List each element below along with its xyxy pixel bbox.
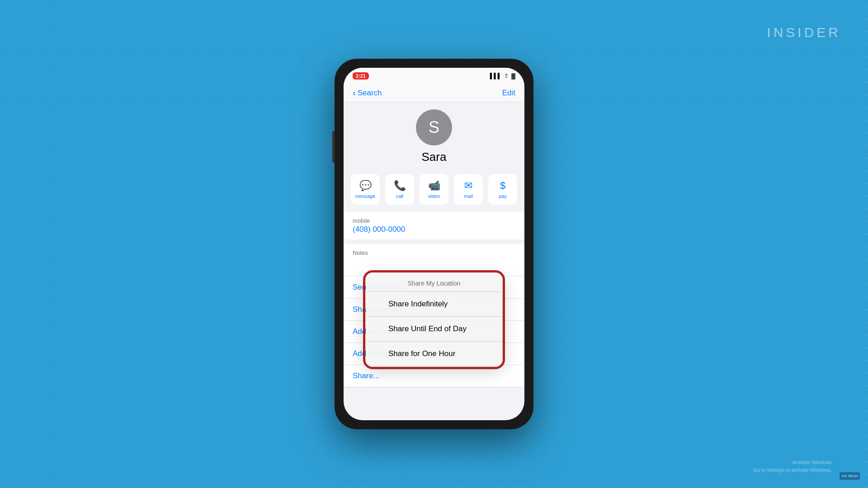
mail-icon: ✉ [464,180,472,192]
pay-icon: $ [500,180,505,192]
yotech-badge: YO TECH [840,472,860,480]
pay-button[interactable]: $ pay [488,174,517,205]
nav-bar: ‹ Search Edit [344,84,524,102]
popup-item-one-hour[interactable]: ✓ Share for One Hour [366,342,502,366]
popup-item-indefinitely-label: Share Indefinitely [388,300,448,309]
battery-icon: ▓ [511,73,515,79]
wifi-icon: ⇧ [504,73,509,79]
video-label: video [428,193,440,199]
share-location-popup: Share My Location ✓ Share Indefinitely ✓… [366,273,502,366]
pay-label: pay [499,193,507,199]
back-chevron-icon: ‹ [353,88,356,98]
status-time: 2:21 [353,72,369,80]
contact-name: Sara [422,150,447,164]
action-buttons-row: 💬 message 📞 call 📹 video ✉ mail $ pay [344,169,524,212]
activate-windows-watermark: Activate Windows Go to Settings to activ… [753,459,832,474]
phone-screen: 2:21 ▌▌▌ ⇧ ▓ ‹ Search Edit S Sara 💬 mess… [344,68,524,420]
signal-icon: ▌▌▌ [490,73,502,79]
call-label: call [396,193,404,199]
call-button[interactable]: 📞 call [385,174,414,205]
popup-item-indefinitely[interactable]: ✓ Share Indefinitely [366,292,502,317]
insider-logo: INSIDER [767,25,841,40]
mail-button[interactable]: ✉ mail [454,174,483,205]
notes-section: Notes [344,244,524,276]
phone-side-button [332,131,335,163]
avatar: S [416,109,452,145]
notes-label: Notes [353,249,515,256]
video-button[interactable]: 📹 video [420,174,448,205]
message-icon: 💬 [359,180,372,192]
popup-item-end-of-day-label: Share Until End of Day [388,324,467,333]
contact-section: S Sara [344,102,524,169]
phone-value[interactable]: (408) 000-0000 [353,225,515,234]
mail-label: mail [464,193,473,199]
video-icon: 📹 [428,180,440,192]
back-label: Search [358,89,382,98]
phone-section: mobile (408) 000-0000 [344,212,524,239]
status-bar: 2:21 ▌▌▌ ⇧ ▓ [344,68,524,84]
phone-frame: 2:21 ▌▌▌ ⇧ ▓ ‹ Search Edit S Sara 💬 mess… [335,59,533,429]
popup-title: Share My Location [366,273,502,292]
list-item-share[interactable]: Share... [344,365,524,387]
call-icon: 📞 [394,180,406,192]
message-label: message [355,193,376,199]
edit-button[interactable]: Edit [502,89,515,98]
back-button[interactable]: ‹ Search [353,88,382,98]
message-button[interactable]: 💬 message [351,174,380,205]
popup-item-end-of-day[interactable]: ✓ Share Until End of Day [366,317,502,342]
status-icons: ▌▌▌ ⇧ ▓ [490,73,515,79]
popup-item-one-hour-label: Share for One Hour [388,349,455,358]
phone-label: mobile [353,217,515,224]
